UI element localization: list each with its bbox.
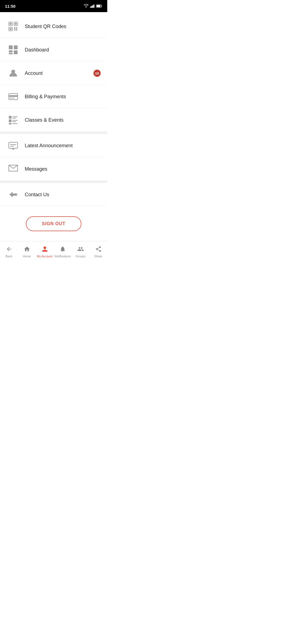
menu-label-account: Account [25,70,43,76]
svg-rect-32 [9,123,12,124]
account-icon [7,67,20,80]
signal-icon [90,4,95,8]
svg-rect-26 [9,116,12,119]
status-time: 11:50 [5,4,15,9]
svg-rect-30 [12,120,18,121]
dashboard-icon [7,43,20,56]
menu-item-classes[interactable]: Classes & Events [0,108,107,132]
svg-rect-9 [15,23,17,25]
svg-rect-14 [14,29,15,31]
sign-out-container: SIGN OUT [0,206,107,241]
messages-icon [7,162,20,176]
nav-notifications-icon [59,246,66,253]
bottom-nav: BackHomeMy AccountNotificationsGroupsSha… [0,241,107,261]
nav-label-back: Back [6,255,12,258]
nav-home-icon [24,246,30,253]
status-bar: 11:50 [0,0,107,12]
svg-rect-29 [9,119,12,122]
svg-rect-34 [9,142,18,148]
menu-item-billing[interactable]: Billing & Payments [0,85,107,108]
svg-rect-35 [10,144,16,145]
svg-rect-1 [91,6,92,8]
menu-item-dashboard[interactable]: Dashboard [0,38,107,62]
svg-rect-28 [12,118,16,119]
nav-label-my-account: My Account [37,255,53,258]
svg-rect-13 [16,27,17,29]
menu-item-messages[interactable]: Messages [0,157,107,181]
menu-label-messages: Messages [25,166,47,172]
billing-icon [7,90,20,103]
menu-item-contact[interactable]: Contact Us [0,183,107,206]
svg-marker-37 [12,148,15,150]
svg-rect-23 [9,95,18,97]
svg-rect-2 [92,5,93,8]
battery-icon [96,4,102,8]
section-divider [0,181,107,183]
svg-marker-38 [9,192,17,197]
nav-back-icon [6,246,12,253]
nav-my-account-icon [42,246,48,253]
svg-rect-20 [14,50,18,54]
svg-rect-7 [10,23,12,25]
menu-label-dashboard: Dashboard [25,47,49,53]
nav-groups-icon [77,246,84,253]
menu-item-student-qr[interactable]: Student QR Codes [0,15,107,38]
menu-list: Student QR Codes Dashboard Account10 Bil… [0,12,107,206]
svg-rect-24 [10,98,12,99]
svg-rect-15 [16,29,17,31]
svg-rect-27 [12,116,18,117]
svg-rect-18 [9,50,13,52]
section-divider [0,132,107,134]
menu-item-account[interactable]: Account10 [0,62,107,85]
nav-label-share: Share [94,255,102,258]
nav-item-back[interactable]: Back [0,241,18,261]
svg-rect-12 [14,27,15,29]
svg-rect-25 [13,98,14,99]
svg-rect-3 [94,4,94,8]
qr-icon [7,20,20,33]
status-icons [84,4,102,8]
nav-item-share[interactable]: Share [89,241,107,261]
svg-rect-11 [10,28,12,30]
menu-label-student-qr: Student QR Codes [25,24,66,29]
svg-rect-33 [12,123,18,124]
nav-label-notifications: Notifications [54,255,71,258]
menu-label-announcement: Latest Announcement [25,143,73,149]
svg-rect-36 [10,146,14,147]
nav-item-notifications[interactable]: Notifications [54,241,72,261]
menu-item-announcement[interactable]: Latest Announcement [0,134,107,157]
classes-icon [7,113,20,127]
nav-label-groups: Groups [75,255,85,258]
svg-rect-19 [9,53,13,54]
menu-label-billing: Billing & Payments [25,94,66,100]
nav-share-icon [95,246,102,253]
svg-rect-31 [12,121,16,122]
menu-label-classes: Classes & Events [25,117,64,123]
announcement-icon [7,139,20,152]
nav-item-groups[interactable]: Groups [72,241,89,261]
menu-label-contact: Contact Us [25,192,49,198]
svg-rect-17 [14,45,18,49]
svg-rect-16 [9,45,13,49]
contact-icon [7,188,20,201]
wifi-icon [84,4,89,8]
sign-out-button[interactable]: SIGN OUT [26,216,81,231]
badge-account: 10 [94,70,101,77]
svg-rect-5 [97,5,100,7]
svg-rect-0 [90,7,91,8]
nav-item-my-account[interactable]: My Account [36,241,54,261]
nav-item-home[interactable]: Home [18,241,36,261]
nav-label-home: Home [23,255,31,258]
